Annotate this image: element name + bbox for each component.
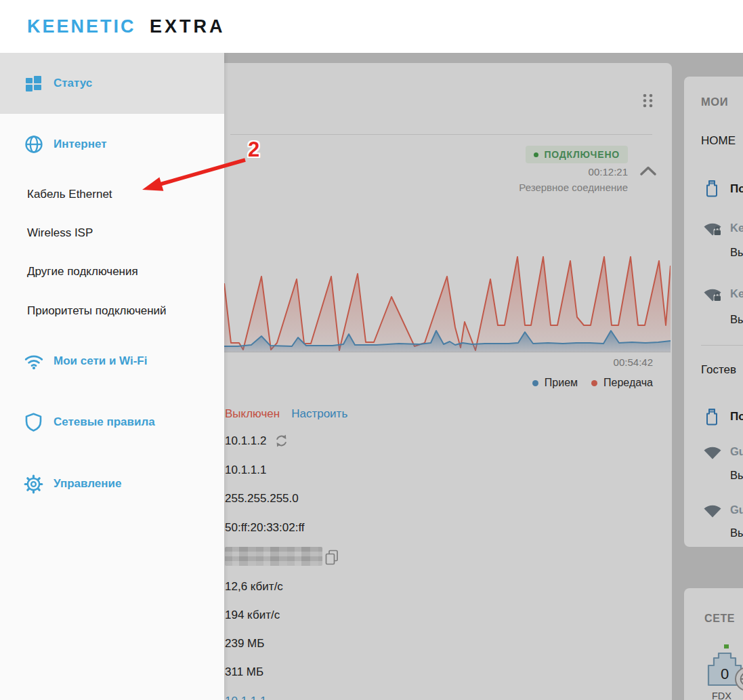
logo-model: EXTRA bbox=[150, 16, 226, 37]
guest-wifi-state: Вы bbox=[730, 527, 743, 539]
legend-dot-rx bbox=[532, 380, 538, 386]
legend-dot-tx bbox=[591, 380, 597, 386]
logo-brand: KEENETIC bbox=[27, 16, 136, 37]
renew-ip-icon[interactable] bbox=[274, 434, 289, 448]
legend-label-tx: Передача bbox=[603, 377, 653, 389]
card-divider bbox=[701, 345, 743, 346]
legend-label-rx: Прием bbox=[545, 377, 578, 389]
sidebar-item-other-connections[interactable]: Другие подключения bbox=[27, 265, 138, 279]
connection-note: Резервное соединение bbox=[519, 182, 628, 193]
sidebar-item-connection-priorities[interactable]: Приоритеты подключений bbox=[27, 304, 167, 318]
keenetic-logo: KEENETIC EXTRA bbox=[27, 16, 226, 37]
status-badge: ПОДКЛЮЧЕНО bbox=[526, 146, 628, 163]
chart-time-label: 00:54:42 bbox=[614, 356, 653, 368]
chart-area-tx bbox=[224, 257, 671, 352]
traffic-chart bbox=[224, 203, 671, 352]
wifi-icon bbox=[24, 354, 43, 369]
redacted-value bbox=[225, 547, 322, 566]
annotation-step-number: 2 bbox=[248, 138, 259, 162]
rx-rate-value: 12,6 кбит/с bbox=[225, 580, 283, 594]
home-wifi-ssid[interactable]: Ke bbox=[730, 287, 743, 300]
shield-icon bbox=[24, 413, 43, 432]
sidebar-item-internet[interactable]: Интернет bbox=[0, 135, 224, 154]
home-network-name: HOME bbox=[701, 134, 736, 148]
network-ports-title: СЕТЕ bbox=[704, 613, 735, 625]
guest-network-name: Гостев bbox=[701, 363, 736, 377]
app-root: ПОДКЛЮЧЕНО 00:12:21 Резервное соединение bbox=[0, 0, 743, 700]
home-wifi-ssid[interactable]: Ke bbox=[730, 222, 743, 234]
chart-legend: Прием Передача bbox=[532, 377, 653, 389]
sidebar-item-label: Управление bbox=[54, 477, 121, 491]
sidebar-item-label: Сетевые правила bbox=[54, 415, 155, 429]
sidebar-item-wireless-isp[interactable]: Wireless ISP bbox=[27, 226, 93, 240]
configure-link[interactable]: Настроить bbox=[291, 407, 347, 420]
port-duplex-label: FDX bbox=[712, 691, 731, 700]
dashboard-icon bbox=[24, 76, 43, 91]
state-value: Выключен bbox=[225, 407, 280, 420]
home-port-link[interactable]: По bbox=[730, 182, 743, 196]
status-dot-icon bbox=[534, 152, 538, 157]
wifi-lock-icon bbox=[703, 221, 722, 236]
collapse-chevron-icon[interactable] bbox=[639, 165, 657, 176]
port-number: 0 bbox=[721, 665, 729, 682]
my-networks-title: МОИ bbox=[701, 96, 728, 108]
home-wifi-state: Вы bbox=[730, 246, 743, 259]
guest-port-link[interactable]: По bbox=[730, 410, 743, 424]
rx-total-value: 239 МБ bbox=[225, 637, 264, 651]
wifi-lock-icon bbox=[703, 287, 722, 302]
sidebar-item-status[interactable]: Статус bbox=[0, 53, 224, 114]
drag-handle-icon[interactable] bbox=[642, 93, 654, 108]
sidebar-menu: Статус Интернет Кабель Ethernet Wireless… bbox=[0, 53, 224, 700]
wifi-icon bbox=[703, 503, 722, 518]
ipv6-state-row: ВыключенНастроить bbox=[225, 407, 347, 421]
sidebar-item-label: Интернет bbox=[54, 138, 106, 151]
sidebar-item-network-rules[interactable]: Сетевые правила bbox=[0, 412, 224, 432]
gateway-value: 10.1.1.1 bbox=[225, 464, 266, 477]
wifi-icon bbox=[703, 445, 722, 460]
app-header: KEENETIC EXTRA bbox=[0, 0, 743, 53]
mac-address-value: 50:ff:20:33:02:ff bbox=[225, 521, 305, 535]
tx-total-value: 311 МБ bbox=[225, 665, 263, 679]
gear-icon bbox=[24, 474, 43, 494]
status-badge-label: ПОДКЛЮЧЕНО bbox=[544, 149, 620, 160]
subnet-mask-value: 255.255.255.0 bbox=[225, 492, 299, 506]
ethernet-plug-icon bbox=[705, 179, 719, 198]
guest-wifi-ssid[interactable]: Gu bbox=[730, 503, 743, 516]
sidebar-item-management[interactable]: Управление bbox=[0, 474, 224, 494]
copy-icon[interactable] bbox=[324, 550, 339, 565]
sidebar-item-label: Мои сети и Wi-Fi bbox=[54, 354, 147, 368]
sidebar-item-label: Статус bbox=[54, 77, 92, 90]
ip-address-row: 10.1.1.2 bbox=[225, 434, 289, 448]
home-wifi-state: Вы bbox=[730, 313, 743, 326]
card-divider bbox=[230, 134, 652, 135]
legend-item-tx[interactable]: Передача bbox=[591, 377, 653, 389]
globe-icon bbox=[24, 135, 43, 154]
ip-address-value: 10.1.1.2 bbox=[225, 434, 266, 448]
guest-wifi-state: Вы bbox=[730, 469, 743, 482]
connection-uptime: 00:12:21 bbox=[589, 166, 628, 178]
legend-item-rx[interactable]: Прием bbox=[532, 377, 578, 389]
port-link-led bbox=[724, 644, 729, 648]
sidebar-item-my-networks[interactable]: Мои сети и Wi-Fi bbox=[0, 352, 224, 371]
sidebar-item-kabel-ethernet[interactable]: Кабель Ethernet bbox=[27, 188, 112, 201]
tx-rate-value: 194 кбит/с bbox=[225, 609, 280, 622]
ethernet-plug-icon bbox=[705, 407, 719, 426]
guest-wifi-ssid[interactable]: Gu bbox=[730, 445, 743, 458]
dns-server-link[interactable]: 10.1.1.1 bbox=[225, 695, 266, 700]
